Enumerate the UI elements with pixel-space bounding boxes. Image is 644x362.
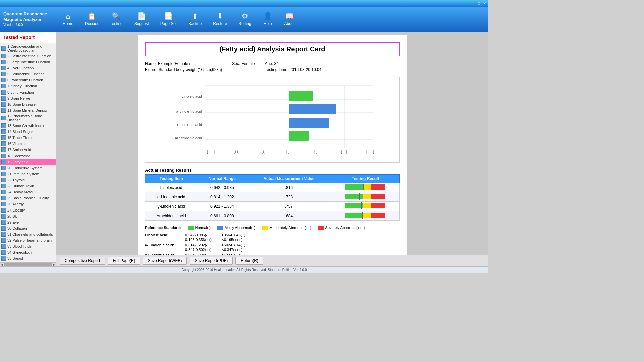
svg-text:[++]: [++]	[234, 150, 239, 154]
sidebar-item-9[interactable]: 9.Brain Nerve	[0, 95, 56, 101]
sidebar-item-20[interactable]: 20.Endocrine System	[0, 165, 56, 171]
bar-green-3	[345, 213, 363, 218]
sidebar-item-icon-24	[1, 190, 6, 194]
toolbar-label-suggest: Suggest	[134, 21, 149, 26]
app-logo: Quantum ResonanceMagnetic Analyzer Versi…	[0, 10, 55, 29]
toolbar-item-about[interactable]: 📖About	[280, 11, 299, 27]
sidebar-item-25[interactable]: 25.Basic Physical Quality	[0, 195, 56, 201]
scroll-thumb[interactable]	[4, 263, 52, 266]
return-button[interactable]: Return(R)	[235, 257, 263, 265]
full-page-button[interactable]: Full Page(F)	[108, 257, 140, 265]
sidebar-item-21[interactable]: 21.Immune System	[0, 171, 56, 177]
legend-normal-box	[188, 226, 194, 230]
sidebar-item-6[interactable]: 6.Pancreatic Function	[0, 77, 56, 83]
sidebar-item-4[interactable]: 4.Liver Function	[0, 65, 56, 71]
svg-text:Arachidonic acid: Arachidonic acid	[175, 136, 202, 140]
sidebar-item-12[interactable]: 12.Rheumatoid Bone Disease	[0, 113, 56, 123]
compositive-report-button[interactable]: Compositive Report	[60, 257, 105, 265]
sidebar-item-27[interactable]: 27.Obesity	[0, 207, 56, 213]
close-button[interactable]: ✕	[482, 1, 487, 6]
cell-item-3: Arachidonic acid	[145, 211, 198, 221]
toolbar-item-setting[interactable]: ⚙Setting	[234, 11, 255, 27]
sidebar-item-29[interactable]: 29.Eye	[0, 219, 56, 225]
toolbar-item-suggest[interactable]: 📄Suggest	[130, 11, 153, 27]
sidebar-item-label-22: 22.Thyroid	[7, 178, 25, 182]
sidebar-item-icon-15	[1, 135, 6, 140]
sidebar-item-label-10: 10.Bone Disease	[7, 102, 36, 106]
sidebar-item-8[interactable]: 8.Lung Function	[0, 89, 56, 95]
scroll-right-arrow[interactable]: ▶	[53, 263, 55, 266]
ref-alinolenic-vals: 0.814-1.202(-) 0.502-0.814(+) 0.347-0.50…	[185, 243, 245, 252]
sidebar-item-5[interactable]: 5.Gallbladder Function	[0, 71, 56, 77]
sidebar-item-30[interactable]: 30.Collagen	[0, 225, 56, 231]
sidebar-item-icon-3	[1, 60, 6, 64]
sidebar-item-icon-12	[1, 116, 6, 120]
sidebar-item-13[interactable]: 13.Bone Growth Index	[0, 123, 56, 129]
toolbar-item-help[interactable]: 👤Help	[259, 11, 277, 27]
sidebar-item-18[interactable]: 18.Coenzyme	[0, 153, 56, 159]
sidebar-item-19[interactable]: 19.Fatty acid	[0, 159, 56, 165]
sidebar-item-label-24: 24.Heavy Metal	[7, 190, 33, 194]
toolbar-item-restore[interactable]: ⬇Restore	[209, 11, 231, 27]
legend-normal-label: Normal(-)	[195, 226, 211, 230]
sidebar-item-icon-7	[1, 84, 6, 88]
sidebar-item-label-15: 15.Trace Element	[7, 136, 36, 140]
sidebar-item-16[interactable]: 16.Vitamin	[0, 141, 56, 147]
sidebar-item-31[interactable]: 31.Channels and collaterals	[0, 231, 56, 237]
content-scroll[interactable]: (Fatty acid) Analysis Report Card Name: …	[56, 32, 488, 255]
svg-text:r-Linolenic acid: r-Linolenic acid	[177, 123, 202, 127]
minimize-button[interactable]: —	[471, 1, 476, 6]
toolbar-label-about: About	[284, 21, 295, 26]
sidebar-item-icon-16	[1, 141, 6, 146]
toolbar-item-backup[interactable]: ⬆Backup	[184, 11, 206, 27]
sidebar-item-32[interactable]: 32.Pulse of heart and brain	[0, 237, 56, 243]
sidebar-item-34[interactable]: 34.Gynecology	[0, 249, 56, 255]
sidebar-item-33[interactable]: 33.Blood lipids	[0, 243, 56, 249]
cell-result-2	[331, 202, 399, 211]
sidebar-item-26[interactable]: 26.Allergy	[0, 201, 56, 207]
sidebar-item-11[interactable]: 11.Bone Mineral Density	[0, 107, 56, 113]
toolbar-item-page-set[interactable]: 📑Page Set	[156, 11, 181, 27]
sidebar-item-35[interactable]: 35.Breast	[0, 255, 56, 261]
save-web-button[interactable]: Save Report(WEB)	[143, 257, 187, 265]
sidebar-item-1[interactable]: 1.Cardiovascular and Cerebrovascular	[0, 44, 56, 53]
sidebar-item-2[interactable]: 2.Gastrointestinal Function	[0, 53, 56, 59]
svg-text:[+]: [+]	[262, 150, 266, 154]
toolbar: Quantum ResonanceMagnetic Analyzer Versi…	[0, 7, 488, 32]
toolbar-item-dossier[interactable]: 📋Dossier	[81, 11, 103, 27]
sidebar-item-10[interactable]: 10.Bone Disease	[0, 101, 56, 107]
cell-range-0: 0.642 - 0.985	[198, 183, 247, 192]
legend-moderate: Moderately Abnormal(++)	[262, 226, 311, 230]
sidebar-item-24[interactable]: 24.Heavy Metal	[0, 189, 56, 195]
sidebar-item-28[interactable]: 28.Skin	[0, 213, 56, 219]
scroll-left-arrow[interactable]: ◀	[1, 263, 3, 266]
sidebar-item-22[interactable]: 22.Thyroid	[0, 177, 56, 183]
toolbar-item-home[interactable]: ⌂Home	[59, 11, 77, 27]
sidebar-item-icon-1	[1, 46, 6, 51]
sidebar-item-icon-33	[1, 244, 6, 249]
sidebar-item-23[interactable]: 23.Human Toxin	[0, 183, 56, 189]
sidebar-item-7[interactable]: 7.Kidney Function	[0, 83, 56, 89]
svg-text:a-Linolenic acid: a-Linolenic acid	[176, 109, 202, 113]
sidebar-item-label-26: 26.Allergy	[7, 202, 24, 206]
sidebar-item-icon-2	[1, 54, 6, 58]
sidebar-item-14[interactable]: 14.Blood Sugar	[0, 129, 56, 135]
cell-item-0: Linoleic acid	[145, 183, 198, 192]
save-pdf-button[interactable]: Save Report(PDF)	[190, 257, 233, 265]
sidebar-item-label-7: 7.Kidney Function	[7, 84, 37, 88]
col-normal-range: Normal Range	[198, 175, 247, 183]
sidebar-horizontal-scrollbar[interactable]: ◀ ▶	[0, 262, 56, 266]
cell-value-3: .684	[247, 211, 331, 221]
sidebar-item-icon-26	[1, 202, 6, 206]
sidebar-item-17[interactable]: 17.Amino Acid	[0, 147, 56, 153]
sidebar-item-label-3: 3.Large Intestine Function	[7, 60, 50, 64]
sidebar-item-3[interactable]: 3.Large Intestine Function	[0, 59, 56, 65]
sidebar-item-15[interactable]: 15.Trace Element	[0, 135, 56, 141]
sidebar-item-icon-22	[1, 178, 6, 182]
report-info-right: Age: 34 Testing Time: 2016-08-20 10:04	[265, 61, 322, 72]
sidebar-item-icon-14	[1, 129, 6, 134]
toolbar-item-testing[interactable]: 🔍Testing	[106, 11, 127, 27]
setting-icon: ⚙	[241, 13, 248, 20]
maximize-button[interactable]: □	[476, 1, 482, 6]
legend-moderate-box	[262, 226, 268, 230]
